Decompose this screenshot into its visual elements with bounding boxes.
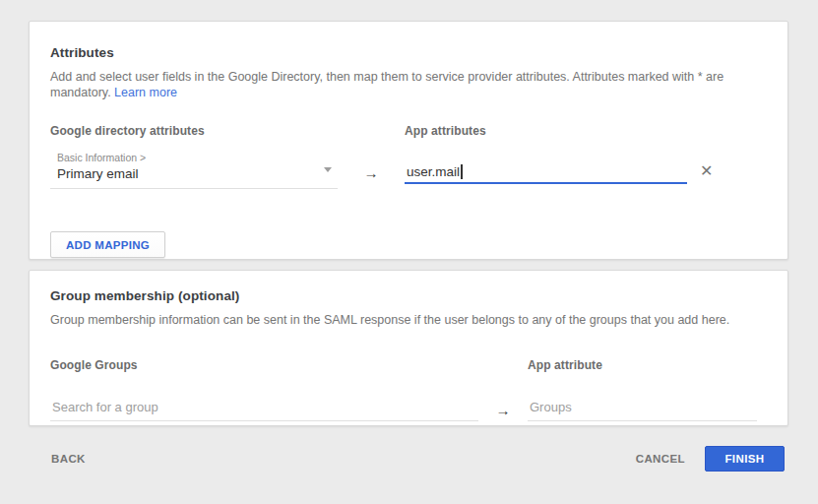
mapping-arrow-icon: →	[496, 402, 511, 418]
attributes-card-title: Attributes	[50, 45, 767, 60]
directory-attribute-select[interactable]: Basic Information > Primary email	[50, 152, 338, 189]
dropdown-caret-icon	[324, 167, 332, 172]
app-attribute-label: App attribute	[528, 358, 757, 372]
google-groups-label: Google Groups	[50, 358, 478, 372]
attributes-card-description: Add and select user fields in the Google…	[50, 70, 767, 100]
attributes-column-labels: Google directory attributes App attribut…	[50, 124, 767, 138]
remove-mapping-icon[interactable]: ✕	[700, 163, 713, 179]
back-button[interactable]: BACK	[49, 447, 88, 471]
directory-attribute-category: Basic Information >	[57, 152, 318, 163]
group-search-input[interactable]: Search for a group	[50, 400, 478, 421]
google-directory-attributes-label: Google directory attributes	[50, 124, 338, 138]
app-attribute-input-value: user.mail	[407, 164, 460, 179]
group-column-labels: Google Groups App attribute	[50, 358, 767, 372]
add-mapping-button[interactable]: ADD MAPPING	[50, 231, 165, 258]
cancel-button[interactable]: CANCEL	[634, 447, 687, 471]
mapping-arrow-icon: →	[364, 164, 379, 181]
mapping-row: Basic Information > Primary email → user…	[50, 152, 767, 189]
attributes-card: Attributes Add and select user fields in…	[29, 21, 788, 260]
learn-more-link[interactable]: Learn more	[114, 86, 177, 99]
group-membership-description: Group membership information can be sent…	[50, 313, 767, 329]
text-cursor	[461, 164, 463, 179]
footer-actions: BACK CANCEL FINISH	[0, 426, 818, 472]
group-mapping-row: Search for a group → Groups	[50, 386, 767, 421]
group-membership-title: Group membership (optional)	[50, 288, 767, 303]
app-attribute-input[interactable]: user.mail	[405, 164, 687, 184]
group-membership-card: Group membership (optional) Group member…	[29, 270, 788, 426]
finish-button[interactable]: FINISH	[705, 446, 785, 472]
directory-attribute-value: Primary email	[57, 166, 318, 181]
group-app-attribute-input[interactable]: Groups	[528, 400, 757, 421]
app-attributes-label: App attributes	[405, 124, 687, 138]
